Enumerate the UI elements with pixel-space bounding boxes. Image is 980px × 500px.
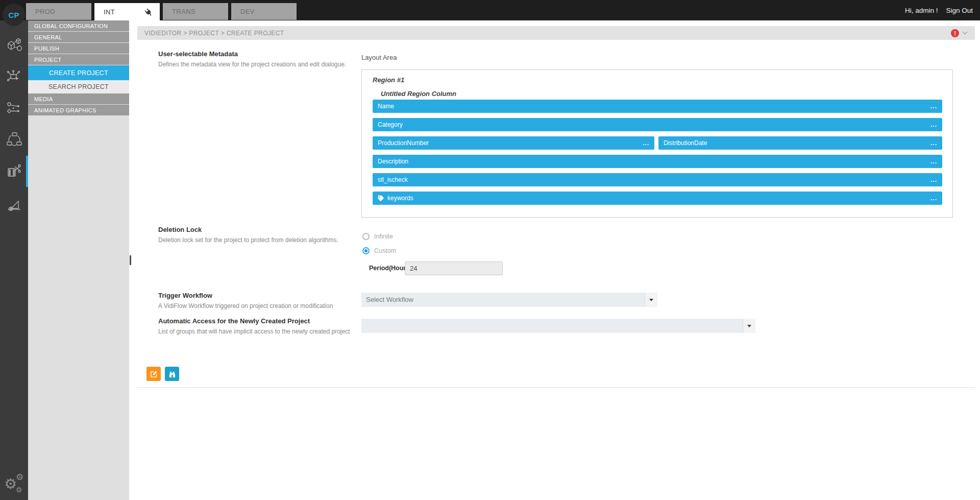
sidebar-item-media[interactable]: MEDIA — [28, 93, 129, 104]
dropdown-arrow-icon[interactable] — [743, 319, 755, 333]
sidebar-item-search-project[interactable]: SEARCH PROJECT — [28, 80, 129, 93]
field-options-button[interactable]: ... — [643, 140, 649, 146]
tag-icon — [378, 195, 384, 202]
tab-dev[interactable]: DEV — [231, 3, 297, 20]
sidebar-item-publish[interactable]: PUBLISH — [28, 43, 129, 54]
trigger-workflow-description: A VidiFlow Workflow triggered on project… — [158, 302, 333, 309]
chevron-down-icon[interactable] — [963, 30, 968, 35]
metadata-section-description: Defines the metadata view for the projec… — [158, 61, 346, 68]
dropdown-arrow-icon[interactable] — [645, 293, 657, 307]
metadata-field-distributiondate[interactable]: DistributionDate ... — [658, 136, 942, 150]
error-icon[interactable]: ! — [951, 29, 959, 37]
radio-custom[interactable] — [362, 247, 370, 254]
trigger-workflow-title: Trigger Workflow — [158, 292, 212, 299]
active-module-indicator — [26, 156, 28, 187]
sidebar-item-create-project[interactable]: CREATE PROJECT — [28, 65, 129, 80]
field-options-button[interactable]: ... — [930, 177, 937, 182]
tab-prod[interactable]: PROD — [26, 3, 91, 20]
sidebar-item-animated-graphics[interactable]: ANIMATED GRAPHICS — [28, 105, 129, 115]
workflow-select[interactable]: Select Workflow — [361, 293, 657, 307]
region-title: Region #1 — [373, 76, 404, 84]
breadcrumb: VIDIEDITOR > PROJECT > CREATE PROJECT — [137, 30, 284, 37]
tab-trans-label: TRANS — [172, 8, 195, 15]
metadata-field-category[interactable]: Category ... — [373, 118, 942, 131]
metadata-field-stl-ischeck[interactable]: stl_ischeck ... — [373, 173, 942, 186]
deletion-lock-description: Deletion lock set for the project to pro… — [158, 236, 338, 244]
metadata-field-productionnumber[interactable]: ProductionNumber ... — [373, 136, 654, 150]
device-network-icon[interactable] — [0, 64, 28, 89]
metadata-field-description[interactable]: Description ... — [373, 155, 942, 168]
sidebar-item-global-configuration[interactable]: GLOBAL CONFIGURATION — [28, 20, 129, 31]
tab-int[interactable]: INT — [94, 3, 160, 20]
tab-prod-label: PROD — [35, 8, 55, 15]
group-access-select[interactable] — [361, 319, 755, 333]
find-button[interactable] — [165, 367, 179, 381]
breadcrumb-bar: VIDIEDITOR > PROJECT > CREATE PROJECT ! — [137, 26, 975, 40]
metadata-section-title: User-selectable Metadata — [158, 50, 238, 58]
environment-tabs: PROD INT TRANS DEV — [26, 3, 297, 20]
top-bar: PROD INT TRANS DEV Hi, admin ! Sign Out — [0, 0, 980, 20]
region-column-title: Untitled Region Column — [381, 90, 456, 98]
field-options-button[interactable]: ... — [930, 104, 937, 109]
layout-area-label: Layout Area — [361, 54, 397, 61]
sidebar-item-project[interactable]: PROJECT — [28, 54, 129, 65]
binoculars-icon — [168, 370, 176, 378]
field-options-button[interactable]: ... — [930, 196, 937, 201]
pencil-icon — [150, 370, 158, 378]
field-options-button[interactable]: ... — [930, 140, 937, 146]
create-project-form: User-selectable Metadata Defines the met… — [137, 40, 975, 388]
edit-button[interactable] — [146, 367, 161, 381]
tab-trans[interactable]: TRANS — [163, 3, 228, 20]
settings-gears-icon[interactable]: ⚙ ⚙ ⚙ — [0, 473, 28, 500]
modules-cubes-icon[interactable] — [0, 33, 28, 57]
cycle-icon[interactable] — [0, 127, 28, 152]
deletion-lock-title: Deletion Lock — [158, 226, 202, 233]
metadata-field-name[interactable]: Name ... — [373, 100, 942, 113]
field-options-button[interactable]: ... — [930, 159, 937, 164]
scrollbar-thumb[interactable] — [130, 255, 131, 265]
user-greeting: Hi, admin ! — [905, 7, 938, 14]
radio-infinite[interactable] — [362, 233, 370, 240]
metadata-field-keywords[interactable]: keywords ... — [373, 192, 942, 205]
module-icon-bar: ⚙ ⚙ ⚙ — [0, 20, 28, 500]
tab-dev-label: DEV — [240, 8, 255, 15]
sign-out-link[interactable]: Sign Out — [946, 7, 973, 14]
workflow-select-value: Select Workflow — [366, 293, 413, 307]
radio-infinite-label[interactable]: Infinite — [374, 233, 393, 240]
auto-access-title: Automatic Access for the Newly Created P… — [158, 317, 310, 325]
radio-custom-label[interactable]: Custom — [374, 247, 396, 254]
sidebar-item-general[interactable]: GENERAL — [28, 32, 129, 42]
video-edit-icon[interactable] — [0, 159, 28, 183]
field-options-button[interactable]: ... — [930, 122, 937, 127]
config-sidebar: GLOBAL CONFIGURATION GENERAL PUBLISH PRO… — [28, 20, 129, 500]
workflow-icon[interactable] — [0, 96, 28, 121]
app-logo: CP — [3, 4, 25, 26]
auto-access-description: List of groups that will have implicit a… — [158, 328, 350, 335]
plug-icon — [144, 8, 153, 16]
period-hours-input[interactable] — [405, 261, 503, 275]
tab-int-label: INT — [104, 8, 115, 16]
layout-region-box: Region #1 Untitled Region Column Name ..… — [361, 69, 953, 218]
playout-icon[interactable] — [0, 192, 28, 217]
main-content: VIDIEDITOR > PROJECT > CREATE PROJECT ! … — [129, 20, 980, 500]
